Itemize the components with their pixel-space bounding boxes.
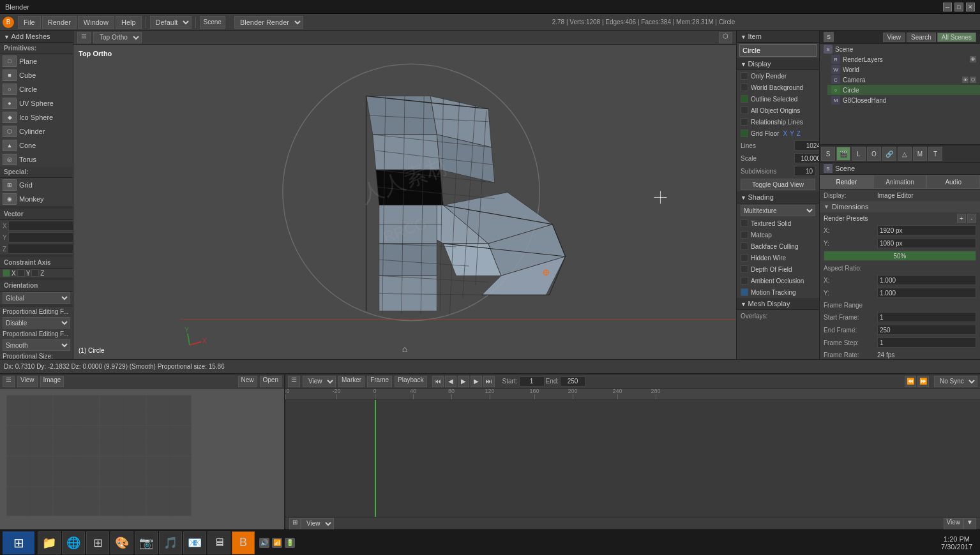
matcap-check[interactable] [741,231,748,239]
props-tab-object[interactable]: O [867,147,881,161]
outline-camera[interactable]: C Camera 👁 ⬡ [827,75,980,85]
tl-marker-btn[interactable]: Marker [338,376,365,387]
props-tab-layers[interactable]: L [852,147,866,161]
vector-y-input[interactable] [8,232,73,242]
outline-world[interactable]: W World [827,64,980,75]
axis-y-check[interactable] [17,269,25,277]
res-pct-input[interactable] [824,251,976,261]
motion-track-check[interactable] [741,288,748,296]
next-frame-btn[interactable]: ▶ [471,376,482,387]
open-btn[interactable]: Open [260,376,282,387]
outline-sel-check[interactable] [741,95,748,103]
minimize-button[interactable]: ─ [943,3,952,11]
item-header[interactable]: Item [737,31,819,43]
tl-view-select[interactable]: View [303,376,336,387]
taskbar-app1[interactable]: ⊞ [86,531,109,554]
hidden-wire-check[interactable] [741,254,748,262]
dimensions-header[interactable]: Dimensions [820,201,980,212]
subdivisions-input[interactable] [794,166,815,176]
outline-scene[interactable]: S Scene [820,44,980,54]
taskbar-app3[interactable]: 📷 [135,531,158,554]
menu-file[interactable]: File [18,16,41,29]
outline-renderlayers[interactable]: R RenderLayers 👁 [827,54,980,64]
depth-field-check[interactable] [741,265,748,273]
res-x-input[interactable] [877,225,976,235]
axis-x-check[interactable] [3,269,10,277]
menu-window[interactable]: Window [78,16,114,29]
outline-g8closedhand[interactable]: M G8ClosedHand [827,95,980,105]
taskbar-blender[interactable]: B [232,531,255,554]
shading-type-select[interactable]: Multitexture [741,205,815,216]
taskbar-app2[interactable]: 🎨 [110,531,133,554]
tab-all-scenes[interactable]: All Scenes [937,33,976,42]
no-sync-select[interactable]: No Sync [934,376,977,387]
mesh-cube[interactable]: ■ Cube [0,68,73,82]
toggle-quad-view-btn[interactable]: Toggle Quad View [741,179,815,190]
play-btn[interactable]: ▶ [458,376,469,387]
end-frame-tl[interactable] [560,376,585,387]
props-tab-material[interactable]: M [913,147,927,161]
tl-bottom-view3[interactable]: ▼ [963,518,976,529]
render-engine-select[interactable]: Blender Render [234,16,303,29]
item-name-input[interactable] [739,44,817,57]
rel-lines-check[interactable] [741,118,748,126]
tl-bottom-view[interactable]: View [301,518,334,529]
start-frame-tl[interactable] [519,376,545,387]
scale-input[interactable] [794,153,819,163]
mesh-circle[interactable]: ○ Circle [0,82,73,96]
axis-z-btn[interactable]: Z [797,130,801,137]
remove-preset-btn[interactable]: - [967,214,976,223]
textured-solid-check[interactable] [741,219,748,227]
prop-editing-select[interactable]: Disable [3,317,70,329]
props-tab-texture[interactable]: T [928,147,942,161]
mesh-cylinder[interactable]: ⬡ Cylinder [0,124,73,138]
mesh-torus[interactable]: ◎ Torus [0,152,73,166]
vector-x-input[interactable] [8,221,73,231]
tl-frame-btn[interactable]: Frame [367,376,392,387]
shading-header[interactable]: Shading [737,191,819,204]
new-btn[interactable]: New [238,376,257,387]
mesh-monkey[interactable]: ◉ Monkey [0,192,73,206]
mesh-grid[interactable]: ⊞ Grid [0,178,73,192]
orientation-select[interactable]: Global [3,292,70,304]
world-bg-check[interactable] [741,84,748,91]
render-tab-animation[interactable]: Animation [873,175,927,189]
maximize-button[interactable]: □ [954,3,963,11]
props-tab-scene[interactable]: S [821,147,835,161]
jump-start-btn[interactable]: ⏮ [432,376,444,387]
backface-check[interactable] [741,242,748,250]
aspect-x-input[interactable] [877,275,976,285]
frame-step-input[interactable] [877,337,976,348]
tl-back-btn[interactable]: ⏪ [905,376,916,387]
mesh-uvsphere[interactable]: ● UV Sphere [0,96,73,110]
taskbar-explorer[interactable]: 📁 [38,531,61,554]
add-preset-btn[interactable]: + [957,214,966,223]
mesh-icosphere[interactable]: ◆ Ico Sphere [0,110,73,124]
close-button[interactable]: ✕ [966,3,975,11]
render-tab-render[interactable]: Render [820,175,873,189]
viewport-canvas[interactable]: Top Ortho 人人素材 RRCG [73,45,736,359]
vector-z-input[interactable] [8,244,73,254]
res-y-input[interactable] [877,238,976,248]
tl-playback-btn[interactable]: Playback [395,376,427,387]
tab-view[interactable]: View [883,33,906,42]
axis-y-btn[interactable]: Y [790,130,794,137]
prev-frame-btn[interactable]: ◀ [445,376,456,387]
taskbar-app5[interactable]: 📧 [183,531,206,554]
props-tab-render[interactable]: 🎬 [836,147,850,161]
add-meshes-header[interactable]: Add Meshes [0,31,73,43]
all-origins-check[interactable] [741,107,748,114]
taskbar-edge[interactable]: 🌐 [62,531,85,554]
viewport-shading-btn[interactable]: ⬡ [719,32,732,43]
uv-canvas[interactable] [0,389,284,529]
tab-search[interactable]: Search [907,33,936,42]
tl-menu-btn[interactable]: ☰ [288,376,300,387]
aspect-y-input[interactable] [877,288,976,298]
end-frame-input[interactable] [877,325,976,335]
start-frame-input[interactable] [877,312,976,322]
outline-circle[interactable]: ○ Circle [827,85,980,95]
taskbar-app6[interactable]: 🖥 [207,531,230,554]
only-render-check[interactable] [741,72,748,80]
tl-fwd-btn[interactable]: ⏩ [917,376,929,387]
timeline-body[interactable] [285,400,980,517]
